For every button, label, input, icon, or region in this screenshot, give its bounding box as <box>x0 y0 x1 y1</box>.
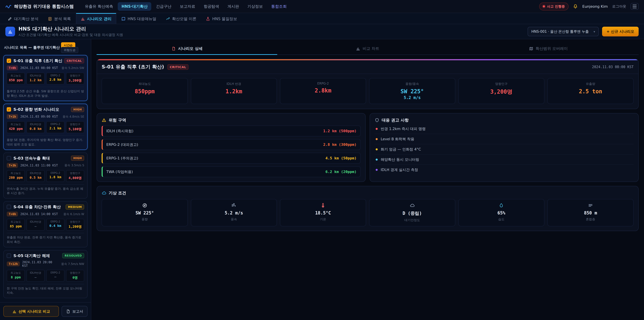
detail-metric-value: SW 225° <box>372 88 453 95</box>
detail-metric-label: 영향인구 <box>461 82 542 86</box>
weather-label: 풍향 <box>104 217 186 221</box>
detail-metrics: 최대농도 850ppm IDLH 반경 1.2km ERPG-2 2.8km <box>97 74 638 109</box>
logout-button[interactable]: 로그아웃 <box>612 4 626 9</box>
compare-chart-icon <box>12 309 16 314</box>
detail-tab[interactable]: 시나리오 상세 <box>96 43 277 55</box>
sort-badges: 시간순위험도순 <box>60 43 87 52</box>
scenario-checkbox[interactable] <box>7 59 11 63</box>
scenario-card[interactable]: S-03 연속누출 확대 HIGH T+3h 2024.11.03 11:00 … <box>3 153 88 198</box>
new-scenario-button[interactable]: + 신규 시나리오 <box>602 27 639 37</box>
alert-dot-icon <box>543 5 545 8</box>
module-tab-label: 확산모델 이론 <box>172 16 196 22</box>
scenario-card[interactable]: S-02 풍향 변화 시나리오 HIGH T+1h 2024.11.03 09:… <box>3 104 88 150</box>
detail-tabs: 시나리오 상세 비교 차트 확산범위 오버레이 <box>96 43 639 55</box>
scenario-description: 유출원 차단 완료. 잔류 증기 자연 확산중. 풍속 증가로 희석 촉진. <box>7 233 84 244</box>
scenario-checkbox[interactable] <box>7 205 11 209</box>
hamburger-menu-button[interactable] <box>630 3 639 10</box>
risk-zone-label: IDLH (즉시위험) <box>106 129 133 133</box>
report-button[interactable]: 보고서 <box>62 306 88 317</box>
detail-metric-subvalue: 5.2 m/s <box>372 95 453 100</box>
detail-metric-cell: 최대농도 850ppm <box>102 78 188 104</box>
scenario-card[interactable]: S-04 유출 차단·잔류 확산 MEDIUM T+6h 2024.11.03 … <box>3 201 88 247</box>
module-tab[interactable]: 시나리오 관리 <box>76 13 116 24</box>
metric-value: 0.5 km <box>28 176 43 180</box>
main-menu-item[interactable]: 보고자료 <box>176 2 199 11</box>
module-tabbar: 대기확산 분석 분석 목록 시나리오 관리 HNS 대응매뉴얼 확산모델 이론 … <box>0 13 644 24</box>
severity-badge: MEDIUM <box>66 204 84 210</box>
recommendation-text: 반경 1.2km 즉시 대피 명령 <box>381 126 426 131</box>
detail-metric-value: 2.5 ton <box>550 88 631 95</box>
main-menu-item[interactable]: 통합조회 <box>268 2 290 11</box>
scenario-metric-cell: 최고농도 85 ppm <box>7 219 25 231</box>
scenario-title: S-03 연속누출 확대 <box>14 156 68 161</box>
metric-value: 85 ppm <box>8 224 23 228</box>
scenario-datetime: 2024.11.03 09:00 KST <box>20 115 58 118</box>
weather-title-row: 기상 조건 <box>102 190 634 196</box>
module-tab[interactable]: 확산모델 이론 <box>161 13 201 24</box>
detail-tab-label: 비교 차트 <box>362 46 379 51</box>
scenario-metric-cell: 영향인구 4,800명 <box>66 170 84 182</box>
module-tab[interactable]: 분석 목록 <box>44 13 75 24</box>
scenario-card-header: S-04 유출 차단·잔류 확산 MEDIUM <box>7 204 84 210</box>
recommendation-item: Level B 화학복 착용 <box>375 134 634 144</box>
main-menu-item[interactable]: 긴급구난 <box>152 2 175 11</box>
bullet-dot-icon <box>376 169 378 171</box>
metric-label: ERPG-2 <box>48 171 63 175</box>
scenario-detail-panel: S-01 유출 직후 (초기 확산) CRITICAL 2024.11.03 0… <box>96 59 639 109</box>
scenario-card[interactable]: S-01 유출 직후 (초기 확산) CRITICAL T+0h 2024.11… <box>3 55 88 101</box>
risk-zones-panel: 위험 구역 IDLH (즉시위험) 1.2 km (500ppm) ERPG-2… <box>96 113 366 182</box>
scenario-checkbox[interactable] <box>7 156 11 160</box>
scenario-checkbox[interactable] <box>7 107 11 112</box>
incident-status-badge: 사고 진행중 <box>539 3 568 11</box>
main-menu-item[interactable]: 항공탐색 <box>200 2 223 11</box>
main-menu-item[interactable]: 기상정보 <box>244 2 266 11</box>
scenario-metric-cell: 최고농도 420 ppm <box>7 121 25 133</box>
metric-value: 2.1 km <box>48 126 63 130</box>
recommendation-text: IDLH 경계 실시간 측정 <box>381 167 418 172</box>
compare-scenarios-button[interactable]: 선택 시나리오 비교 <box>3 306 59 317</box>
module-tab[interactable]: 대기확산 분석 <box>3 13 43 24</box>
scenario-metric-cell: 최고농도 280 ppm <box>7 170 25 182</box>
metric-label: 영향인구 <box>68 123 82 126</box>
module-tab-icon <box>206 17 210 21</box>
page-icon-tile <box>5 27 15 37</box>
metric-label: 최고농도 <box>8 220 23 224</box>
main-menu-item[interactable]: 게시판 <box>224 2 243 11</box>
detail-tab[interactable]: 확산범위 오버레이 <box>458 43 639 55</box>
scenario-checkbox[interactable] <box>7 253 11 258</box>
metric-label: 최고농도 <box>8 271 23 275</box>
weather-icon <box>142 203 147 208</box>
module-tab[interactable]: HNS 대응매뉴얼 <box>117 13 161 24</box>
scenario-metric-cell: IDLH반경 — <box>26 219 44 231</box>
detail-metric-value: 1.2km <box>193 88 275 95</box>
scenario-wind: 풍속 7.5m/s NW <box>61 262 84 266</box>
app: { "app": { "title": "해양환경 위기대응 통합시스템" },… <box>0 0 644 320</box>
main-menu-item[interactable]: 유출유 확산예측 <box>81 2 117 11</box>
main-menu-item[interactable]: HNS·대기확산 <box>118 2 151 11</box>
metric-label: IDLH반경 <box>28 220 43 224</box>
recommendation-text: 해양확산 동시 모니터링 <box>381 157 419 162</box>
notifications-button[interactable] <box>573 4 578 9</box>
bell-icon <box>573 4 578 9</box>
module-tab[interactable]: HNS 물질정보 <box>202 13 241 24</box>
detail-metric-cell: IDLH 반경 1.2km <box>191 78 277 104</box>
metric-label: IDLH반경 <box>28 171 43 175</box>
scenario-card[interactable]: S-05 대기확산 해제 RESOLVED T+12h 2024.11.03 2… <box>3 250 88 298</box>
metric-label: 영향인구 <box>68 220 82 224</box>
incident-select[interactable]: HNS-001 · 울산 온산항 톨루엔 누출 ▾ <box>528 27 599 36</box>
sort-badge[interactable]: 위험도순 <box>61 47 78 53</box>
risk-zone-label: TWA (작업허용) <box>106 169 133 174</box>
metric-label: 영향인구 <box>68 74 82 78</box>
sidebar-footer: 선택 시나리오 비교 보고서 <box>0 302 91 320</box>
scenario-metric-cell: ERPG-2 1.8 km <box>46 170 64 182</box>
metric-label: ERPG-2 <box>48 220 63 223</box>
weather-icon <box>410 203 415 208</box>
metric-value: 420 ppm <box>8 127 23 131</box>
scenario-card-header: S-02 풍향 변화 시나리오 HIGH <box>7 107 84 112</box>
scenario-meta: T+1h 2024.11.03 09:00 KST 풍속 4.8m/s SE <box>7 114 84 119</box>
scenario-metric-cell: ERPG-2 — <box>46 270 64 281</box>
sidebar-header: 시나리오 목록 — 톨루엔 대기확산 시간순위험도순 <box>0 39 91 54</box>
detail-tab[interactable]: 비교 차트 <box>277 43 458 55</box>
scenario-metric-cell: 영향인구 3,200명 <box>66 73 84 84</box>
scenario-metric-cell: IDLH반경 1.2 km <box>26 73 44 84</box>
